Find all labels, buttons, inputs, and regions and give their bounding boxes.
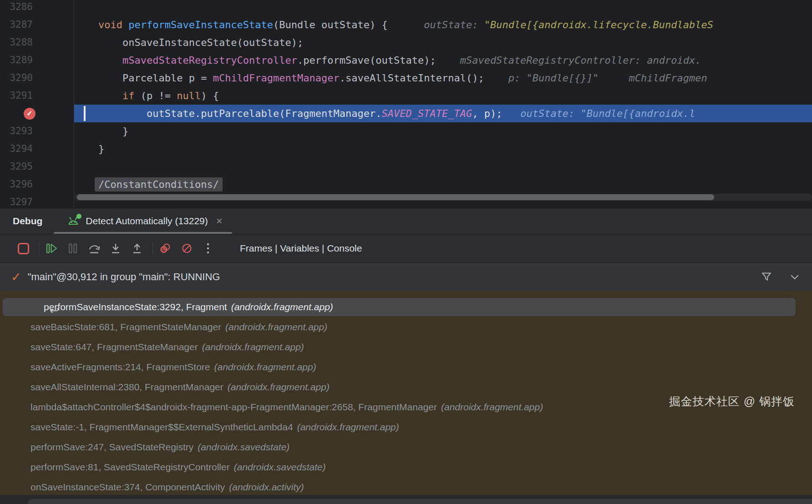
thread-selector-row[interactable]: ✓ "main"@30,912 in group "main": RUNNING <box>0 262 812 291</box>
inline-debugger-hint: mSavedStateRegistryController: androidx. <box>460 55 701 66</box>
code-line-3287: 3287void performSaveInstanceState(Bundle… <box>0 16 812 34</box>
stack-frame-row[interactable]: saveBasicState:681, FragmentStateManager… <box>0 317 812 337</box>
device-online-dot-icon <box>76 214 81 219</box>
frame-method-text: performSaveInstanceState:3292, Fragment <box>44 302 227 312</box>
thread-running-check-icon: ✓ <box>11 270 21 284</box>
gutter-line-3288[interactable]: 3288 <box>0 34 74 51</box>
line-number: 3287 <box>10 16 33 34</box>
code-line-3294: 3294} <box>0 140 812 158</box>
code-content[interactable]: /ConstantConditions/ <box>74 176 812 193</box>
code-segment: SAVED_STATE_TAG <box>382 108 472 119</box>
frame-method-text: lambda$attachController$4$androidx-fragm… <box>30 402 437 413</box>
chevron-down-icon[interactable] <box>789 272 800 282</box>
code-segment: , p); <box>472 108 502 119</box>
gutter-line-3289[interactable]: 3289 <box>0 51 74 69</box>
stack-frame-row-selected[interactable]: ↩performSaveInstanceState:3292, Fragment… <box>0 297 812 317</box>
editor-horizontal-scrollbar-thumb[interactable] <box>77 194 714 200</box>
inline-debugger-hint: p: "Bundle[{}]" <box>508 72 599 84</box>
code-content[interactable] <box>74 0 812 16</box>
frame-method-text: performSave:247, SavedStateRegistry <box>30 442 193 453</box>
breakpoint-icon[interactable]: ✓ <box>24 108 36 120</box>
line-number: 3294 <box>10 140 33 158</box>
line-number: 3291 <box>10 87 33 105</box>
code-content[interactable]: } <box>74 122 812 140</box>
code-line-3286: 3286 <box>0 0 812 16</box>
code-content[interactable]: } <box>74 140 812 158</box>
stack-frame-row[interactable]: performSave:81, SavedStateRegistryContro… <box>0 457 812 477</box>
filter-icon[interactable] <box>760 271 773 283</box>
resume-icon <box>46 242 58 254</box>
code-content[interactable] <box>74 158 812 176</box>
code-segment: (Bundle outState) { <box>273 19 388 30</box>
code-content[interactable]: onSaveInstanceState(outState); <box>74 34 812 51</box>
code-content[interactable]: Parcelable p = mChildFragmentManager.sav… <box>74 69 812 87</box>
step-over-button[interactable] <box>87 242 101 255</box>
code-line-3288: 3288onSaveInstanceState(outState); <box>0 34 812 51</box>
stack-frames-list: ↩performSaveInstanceState:3292, Fragment… <box>0 291 812 495</box>
stack-frame-row[interactable]: saveActiveFragments:214, FragmentStore(a… <box>0 357 812 377</box>
frame-package-text: (androidx.fragment.app) <box>297 422 399 433</box>
gutter-line-3293[interactable]: 3293 <box>0 122 74 140</box>
view-tabs-label[interactable]: Frames | Variables | Console <box>240 243 362 254</box>
code-segment: (p != <box>141 90 177 101</box>
debug-session-tab[interactable]: Detect Automatically (13229) × <box>67 215 222 227</box>
inline-debugger-hint: outState: "Bundle[{androidx.l <box>520 108 695 119</box>
debug-header: Debug Detect Automatically (13229) × <box>0 208 812 234</box>
gutter-line-3297[interactable]: 3297 <box>0 193 74 208</box>
thread-status-text: "main"@30,912 in group "main": RUNNING <box>28 271 220 283</box>
step-into-icon <box>110 242 122 255</box>
gutter-line-3292[interactable]: ✓ <box>0 105 74 122</box>
pause-button[interactable] <box>66 242 80 255</box>
code-segment: } <box>122 126 128 137</box>
gutter-line-3287[interactable]: 3287 <box>0 16 74 34</box>
debug-window-title: Debug <box>13 216 42 227</box>
line-number: 3289 <box>10 51 33 69</box>
step-into-button[interactable] <box>109 242 122 255</box>
code-segment: performSaveInstanceState <box>128 19 273 30</box>
step-out-button[interactable] <box>130 242 144 255</box>
mute-breakpoints-icon <box>181 242 193 254</box>
code-segment: .saveAllStateInternal(); <box>340 72 484 84</box>
line-number: 3286 <box>10 0 33 16</box>
selected-tab-underline <box>54 232 232 234</box>
code-segment: } <box>98 143 104 155</box>
code-content[interactable]: mSavedStateRegistryController.performSav… <box>74 51 812 69</box>
frame-package-text: (androidx.fragment.app) <box>202 342 304 353</box>
gutter-line-3295[interactable]: 3295 <box>0 158 74 176</box>
code-content[interactable]: if (p != null) { <box>74 87 812 105</box>
code-line-3296: 3296/ConstantConditions/ <box>0 176 812 193</box>
editor-horizontal-scrollbar-track <box>75 194 812 201</box>
gutter-line-3296[interactable]: 3296 <box>0 176 74 193</box>
close-icon[interactable]: × <box>216 217 223 226</box>
step-over-icon <box>88 242 101 255</box>
line-number: 3288 <box>10 34 33 51</box>
code-segment: outState.putParcelable(FragmentManager. <box>147 108 382 119</box>
mute-breakpoints-button[interactable] <box>180 242 193 255</box>
frame-method-text: saveState:-1, FragmentManager$$ExternalS… <box>30 422 293 433</box>
stack-frame-row[interactable]: saveState:-1, FragmentManager$$ExternalS… <box>0 417 812 437</box>
stack-frame-row[interactable]: saveState:647, FragmentStateManager(andr… <box>0 337 812 357</box>
stack-frame-row[interactable]: performSave:247, SavedStateRegistry(andr… <box>0 437 812 457</box>
stack-frame-row[interactable]: onSaveInstanceState:374, ComponentActivi… <box>0 477 812 495</box>
code-content[interactable]: void performSaveInstanceState(Bundle out… <box>74 16 812 34</box>
view-breakpoints-button[interactable] <box>158 242 172 255</box>
frame-method-text: saveActiveFragments:214, FragmentStore <box>30 362 210 373</box>
gutter-line-3291[interactable]: 3291 <box>0 87 74 105</box>
gutter-line-3294[interactable]: 3294 <box>0 140 74 158</box>
ide-debug-screen: 32863287void performSaveInstanceState(Bu… <box>0 0 812 504</box>
line-number: 3290 <box>10 69 33 87</box>
session-tab-label: Detect Automatically (13229) <box>86 216 208 227</box>
execution-caret <box>84 106 86 121</box>
frame-package-text: (androidx.savedstate) <box>234 462 326 473</box>
code-segment: ) { <box>201 90 219 101</box>
code-line-3295: 3295 <box>0 158 812 176</box>
more-options-button[interactable] <box>201 242 215 255</box>
gutter-line-3286[interactable]: 3286 <box>0 0 74 16</box>
stop-button[interactable] <box>16 242 30 255</box>
gutter-line-3290[interactable]: 3290 <box>0 69 74 87</box>
resume-button[interactable] <box>45 242 58 255</box>
frame-package-text: (androidx.fragment.app) <box>225 322 327 333</box>
code-content[interactable]: outState.putParcelable(FragmentManager.S… <box>74 105 812 122</box>
code-segment: mChildFragmentManager <box>213 72 340 84</box>
line-number: 3293 <box>10 122 33 140</box>
